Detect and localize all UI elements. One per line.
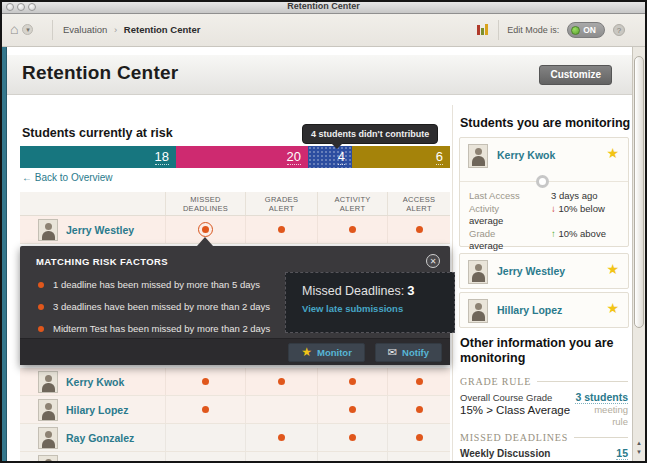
student-name-link[interactable]: Roberta Frank <box>66 460 137 463</box>
back-arrow-icon: ← <box>22 172 32 183</box>
segment-count[interactable]: 20 <box>287 149 301 165</box>
student-name-link[interactable]: Kerry Kwok <box>66 376 124 388</box>
chevron-down-icon[interactable]: ▾ <box>22 24 33 35</box>
scroll-down-icon[interactable]: ▼ <box>633 448 645 457</box>
alert-dot[interactable] <box>278 378 285 385</box>
trend-up-icon: ↑ <box>551 228 556 239</box>
back-to-overview-link[interactable]: ← Back to Overview <box>22 172 113 183</box>
edit-mode-state: ON <box>583 25 596 35</box>
alert-dot-selected[interactable] <box>198 222 213 237</box>
grade-rule-section-header: GRADE RULE <box>460 376 628 387</box>
risk-factor-item: 1 deadline has been missed by more than … <box>38 279 293 290</box>
alert-dot[interactable] <box>349 226 356 233</box>
alert-dot[interactable] <box>278 226 285 233</box>
alert-dot[interactable] <box>349 434 356 441</box>
students-at-risk-heading: Students currently at risk <box>22 126 173 140</box>
column-header-missed-deadlines[interactable]: MISSED DEADLINES <box>165 192 245 215</box>
bullet-dot-icon <box>38 282 44 288</box>
alert-dot[interactable] <box>349 406 356 413</box>
student-name-link[interactable]: Hilary Lopez <box>66 404 128 416</box>
detail-value: 3 days ago <box>551 190 597 201</box>
metric-label: Missed Deadlines: <box>302 284 404 298</box>
risk-factor-item: 3 deadlines have been missed by more tha… <box>38 301 293 312</box>
student-name-link[interactable]: Ray Gonzalez <box>66 432 134 444</box>
column-header-activity-alert[interactable]: ACTIVITY ALERT <box>317 192 387 215</box>
alerts-table-header: MISSED DEADLINES GRADES ALERT ACTIVITY A… <box>20 192 450 216</box>
table-row: Ray Gonzalez <box>20 424 450 452</box>
metric-value: 3 <box>407 283 414 298</box>
segment-count[interactable]: 18 <box>155 149 169 165</box>
retention-center-window: Retention Center ⌂ ▾ Evaluation › Retent… <box>0 0 647 463</box>
breadcrumb: Evaluation › Retention Center <box>63 24 200 35</box>
grade-rule-criteria: 15% > Class Average <box>460 404 570 416</box>
tooltip-caret <box>331 143 343 149</box>
missed-deadline-count-link[interactable]: 15 <box>616 447 628 460</box>
alert-dot[interactable] <box>349 378 356 385</box>
avatar <box>38 427 58 449</box>
student-name-link[interactable]: Kerry Kwok <box>497 149 555 161</box>
monitoring-heading: Students you are monitoring <box>460 116 630 130</box>
segment-count[interactable]: 4 <box>338 149 345 165</box>
home-icon[interactable]: ⌂ <box>10 22 18 36</box>
risk-segment-access[interactable]: 6 <box>352 146 450 168</box>
alert-dot[interactable] <box>202 406 209 413</box>
scrollbar[interactable]: ▲ ▼ <box>632 47 645 461</box>
segment-tooltip: 4 students didn't contribute <box>302 124 438 144</box>
students-meeting-rule-link[interactable]: 3 students <box>575 391 628 404</box>
avatar <box>38 455 58 463</box>
monitor-button[interactable]: ★ Monitor <box>288 343 365 362</box>
table-row: Kerry Kwok <box>20 368 450 396</box>
edit-mode-label: Edit Mode is: <box>507 25 559 35</box>
star-icon[interactable]: ★ <box>606 147 619 159</box>
alert-dot[interactable] <box>278 434 285 441</box>
close-icon[interactable]: ✕ <box>426 254 440 268</box>
avatar <box>468 299 488 323</box>
view-late-submissions-link[interactable]: View late submissions <box>302 303 454 314</box>
segment-count[interactable]: 6 <box>436 149 443 165</box>
help-icon[interactable]: ? <box>613 24 625 36</box>
avatar <box>38 371 58 393</box>
breadcrumb-evaluation[interactable]: Evaluation <box>63 24 107 35</box>
risk-segment-grades[interactable]: 20 <box>176 146 308 168</box>
alert-dot[interactable] <box>416 378 423 385</box>
risk-segment-activity[interactable]: 4 <box>308 146 352 168</box>
risk-factor-item: Midterm Test has been missed by more tha… <box>38 323 293 334</box>
alert-dot[interactable] <box>416 434 423 441</box>
alert-dot[interactable] <box>416 406 423 413</box>
chart-icon[interactable] <box>477 24 490 36</box>
alert-dot[interactable] <box>416 226 423 233</box>
edit-mode-toggle[interactable]: ON <box>567 22 605 38</box>
customize-button[interactable]: Customize <box>539 65 612 85</box>
scrollbar-thumb[interactable] <box>634 56 644 328</box>
missed-deadline-item: Weekly Discussion <box>460 448 550 459</box>
star-icon: ★ <box>301 346 312 358</box>
notify-button[interactable]: ✉ Notify <box>375 343 442 362</box>
avatar <box>38 399 58 421</box>
envelope-icon: ✉ <box>388 347 397 358</box>
bullet-dot-icon <box>38 326 44 332</box>
column-header-access-alert[interactable]: ACCESS ALERT <box>387 192 450 215</box>
student-name-link[interactable]: Jerry Westley <box>66 224 134 236</box>
student-name-link[interactable]: Jerry Westley <box>497 265 565 277</box>
scroll-up-icon[interactable]: ▲ <box>633 439 645 448</box>
avatar <box>468 260 488 284</box>
table-row: Roberta Frank <box>20 452 450 463</box>
meeting-rule-note: meetingrule <box>594 404 628 428</box>
alert-dot[interactable] <box>202 378 209 385</box>
collapse-toggle[interactable] <box>536 175 549 188</box>
risk-factors-popup: MATCHING RISK FACTORS ✕ 1 deadline has b… <box>20 246 450 365</box>
divider <box>52 20 53 40</box>
window-titlebar: Retention Center <box>0 0 647 14</box>
column-header-grades-alert[interactable]: GRADES ALERT <box>245 192 317 215</box>
breadcrumb-bar: ⌂ ▾ Evaluation › Retention Center Edit M… <box>0 14 647 47</box>
star-icon[interactable]: ★ <box>606 302 619 314</box>
popup-caret <box>197 237 213 246</box>
page-edge-strip <box>0 47 7 463</box>
edit-mode-on-indicator <box>571 26 580 35</box>
avatar <box>468 144 488 168</box>
student-name-link[interactable]: Hillary Lopez <box>497 304 562 316</box>
popup-footer: ★ Monitor ✉ Notify <box>20 338 450 365</box>
risk-segment-missed-deadlines[interactable]: 18 <box>20 146 176 168</box>
star-icon[interactable]: ★ <box>606 263 619 275</box>
window-title: Retention Center <box>0 1 647 11</box>
